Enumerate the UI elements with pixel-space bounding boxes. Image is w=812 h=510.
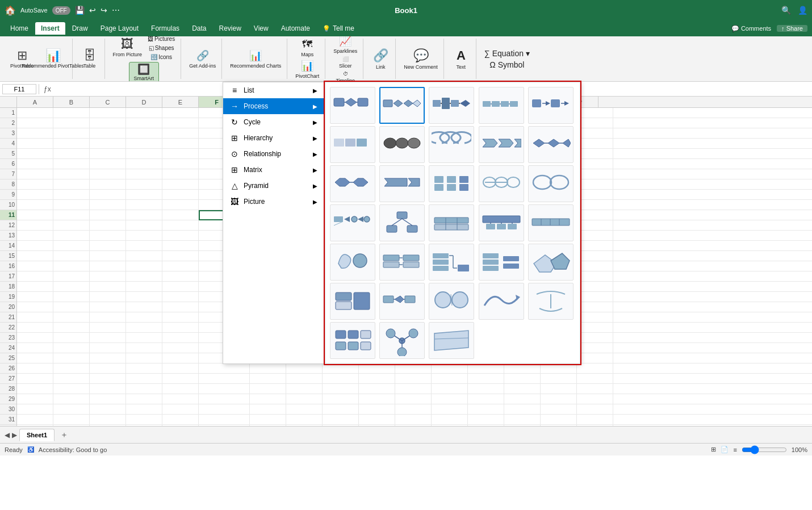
cell-E14[interactable] (162, 241, 199, 251)
cell-C31[interactable] (90, 415, 126, 425)
cell-F32[interactable] (199, 425, 250, 426)
cell-O31[interactable] (541, 415, 577, 425)
cell-A13[interactable] (17, 231, 53, 241)
add-sheet-button[interactable]: ＋ (57, 429, 72, 441)
cell-D10[interactable] (126, 200, 162, 210)
cell-B14[interactable] (53, 241, 90, 251)
row-num-21[interactable]: 21 (0, 312, 16, 323)
menu-item-relationship[interactable]: ⊙ Relationship ▶ (223, 146, 324, 162)
row-num-20[interactable]: 20 (0, 302, 16, 312)
cell-D27[interactable] (126, 374, 162, 384)
row-num-15[interactable]: 15 (0, 251, 16, 261)
cell-N29[interactable] (504, 394, 541, 404)
cell-E3[interactable] (162, 128, 199, 139)
row-num-30[interactable]: 30 (0, 404, 16, 415)
cell-D13[interactable] (126, 231, 162, 241)
cell-O28[interactable] (541, 384, 577, 394)
cell-C12[interactable] (90, 220, 126, 231)
cell-C13[interactable] (90, 231, 126, 241)
comments-button[interactable]: 💬 Comments (727, 25, 776, 32)
get-addins-button[interactable]: 🔗 Get Add-ins (187, 48, 218, 70)
cell-J28[interactable] (359, 384, 395, 394)
cell-F27[interactable] (199, 374, 250, 384)
cell-B11[interactable] (53, 210, 90, 220)
col-header-B[interactable]: B (53, 97, 90, 107)
cell-D4[interactable] (126, 139, 162, 149)
cell-E31[interactable] (162, 415, 199, 425)
scroll-sheet-left[interactable]: ◀ (5, 431, 10, 439)
cell-P26[interactable] (577, 363, 613, 374)
cell-C5[interactable] (90, 149, 126, 159)
link-button[interactable]: 🔗 Link (369, 47, 392, 71)
cell-A17[interactable] (17, 271, 53, 282)
menu-item-picture[interactable]: 🖼 Picture ▶ (223, 194, 324, 210)
cell-E17[interactable] (162, 271, 199, 282)
cell-E19[interactable] (162, 292, 199, 302)
cell-B2[interactable] (53, 118, 90, 128)
row-num-22[interactable]: 22 (0, 323, 16, 333)
smartart-button[interactable]: 🔲 SmartArt (129, 62, 160, 82)
tab-home[interactable]: Home (5, 22, 34, 35)
cell-A22[interactable] (17, 323, 53, 333)
cell-L29[interactable] (432, 394, 468, 404)
menu-item-list[interactable]: ≡ List ▶ (223, 82, 324, 98)
cell-F26[interactable] (199, 363, 250, 374)
smartart-item-7[interactable] (429, 126, 474, 163)
cell-J31[interactable] (359, 415, 395, 425)
cell-E25[interactable] (162, 353, 199, 363)
sparklines-button[interactable]: 📈 Sparklines (331, 36, 359, 55)
cell-L27[interactable] (432, 374, 468, 384)
cell-C16[interactable] (90, 261, 126, 271)
cell-D16[interactable] (126, 261, 162, 271)
cell-O29[interactable] (541, 394, 577, 404)
row-num-9[interactable]: 9 (0, 190, 16, 200)
menu-item-matrix[interactable]: ⊞ Matrix ▶ (223, 162, 324, 178)
cell-M28[interactable] (468, 384, 504, 394)
smartart-item-9[interactable] (528, 126, 574, 163)
from-picture-button[interactable]: 🖼 From Picture (111, 36, 145, 61)
cell-D2[interactable] (126, 118, 162, 128)
cell-A4[interactable] (17, 139, 53, 149)
cell-N31[interactable] (504, 415, 541, 425)
cell-P8[interactable] (577, 179, 613, 190)
cell-P13[interactable] (577, 231, 613, 241)
cell-L26[interactable] (432, 363, 468, 374)
cell-J30[interactable] (359, 404, 395, 415)
cell-B28[interactable] (53, 384, 90, 394)
cell-A14[interactable] (17, 241, 53, 251)
row-num-29[interactable]: 29 (0, 394, 16, 404)
cell-O26[interactable] (541, 363, 577, 374)
smartart-item-28[interactable] (479, 283, 524, 320)
cell-B24[interactable] (53, 343, 90, 353)
tab-data[interactable]: Data (186, 22, 212, 35)
shapes-button[interactable]: ◱ Shapes (145, 44, 177, 52)
cell-M26[interactable] (468, 363, 504, 374)
cell-D28[interactable] (126, 384, 162, 394)
cell-B8[interactable] (53, 179, 90, 190)
cell-F28[interactable] (199, 384, 250, 394)
cell-P3[interactable] (577, 128, 613, 139)
smartart-item-2[interactable] (429, 87, 474, 124)
smartart-item-29[interactable] (528, 283, 574, 320)
page-layout-view-icon[interactable]: 📄 (721, 446, 729, 453)
cell-A21[interactable] (17, 312, 53, 323)
cell-B18[interactable] (53, 282, 90, 292)
smartart-item-21[interactable] (379, 244, 425, 281)
cell-B29[interactable] (53, 394, 90, 404)
scroll-sheet-right[interactable]: ▶ (12, 431, 17, 439)
recommended-charts-button[interactable]: 📊 Recommended Charts (228, 48, 283, 70)
slicer-button[interactable]: ⬜ Slicer (334, 55, 357, 70)
row-num-7[interactable]: 7 (0, 169, 16, 179)
cell-C11[interactable] (90, 210, 126, 220)
cell-H29[interactable] (286, 394, 323, 404)
row-num-11[interactable]: 11 (0, 210, 16, 220)
cell-G26[interactable] (250, 363, 286, 374)
cell-C4[interactable] (90, 139, 126, 149)
cell-P10[interactable] (577, 200, 613, 210)
cell-D23[interactable] (126, 333, 162, 343)
cell-P20[interactable] (577, 302, 613, 312)
cell-N26[interactable] (504, 363, 541, 374)
cell-I29[interactable] (323, 394, 359, 404)
smartart-item-1[interactable]: Basic Process (379, 87, 425, 124)
smartart-item-0[interactable] (330, 87, 375, 124)
